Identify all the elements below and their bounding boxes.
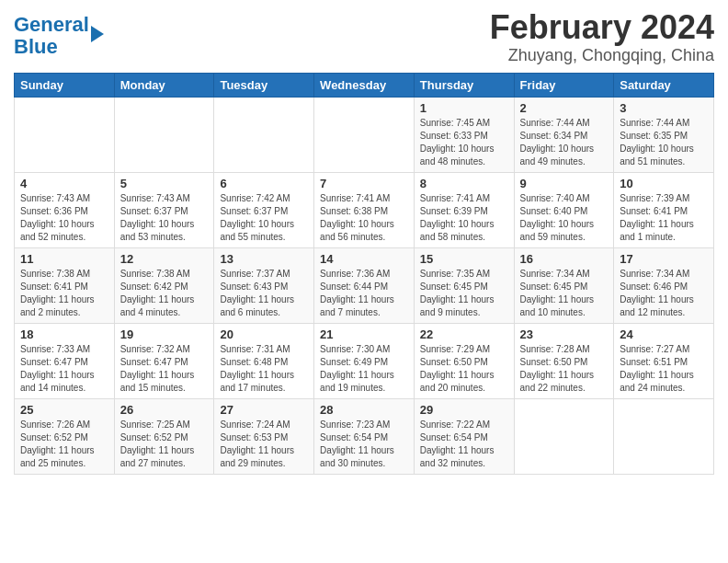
cell-w4-d2: 27Sunrise: 7:24 AM Sunset: 6:53 PM Dayli… — [214, 398, 314, 474]
cell-w3-d0: 18Sunrise: 7:33 AM Sunset: 6:47 PM Dayli… — [15, 323, 115, 398]
day-number: 19 — [120, 327, 209, 341]
day-number: 26 — [120, 403, 209, 417]
day-info: Sunrise: 7:30 AM Sunset: 6:49 PM Dayligh… — [320, 343, 408, 395]
cell-w2-d1: 12Sunrise: 7:38 AM Sunset: 6:42 PM Dayli… — [114, 247, 214, 323]
day-number: 28 — [320, 403, 408, 417]
day-info: Sunrise: 7:44 AM Sunset: 6:35 PM Dayligh… — [620, 117, 708, 168]
header-tuesday: Tuesday — [214, 73, 314, 97]
cell-w3-d1: 19Sunrise: 7:32 AM Sunset: 6:47 PM Dayli… — [114, 323, 214, 398]
cell-w4-d1: 26Sunrise: 7:25 AM Sunset: 6:52 PM Dayli… — [114, 398, 214, 474]
day-number: 18 — [20, 327, 108, 341]
cell-w0-d1 — [114, 97, 214, 172]
day-number: 15 — [420, 252, 508, 266]
day-number: 24 — [620, 327, 708, 341]
cell-w3-d3: 21Sunrise: 7:30 AM Sunset: 6:49 PM Dayli… — [314, 323, 415, 398]
cell-w1-d4: 8Sunrise: 7:41 AM Sunset: 6:39 PM Daylig… — [414, 172, 514, 247]
day-number: 5 — [120, 177, 209, 190]
cell-w1-d3: 7Sunrise: 7:41 AM Sunset: 6:38 PM Daylig… — [314, 172, 415, 247]
cell-w0-d6: 3Sunrise: 7:44 AM Sunset: 6:35 PM Daylig… — [614, 97, 714, 172]
day-info: Sunrise: 7:34 AM Sunset: 6:46 PM Dayligh… — [620, 268, 708, 319]
day-info: Sunrise: 7:34 AM Sunset: 6:45 PM Dayligh… — [520, 268, 609, 319]
week-row-3: 18Sunrise: 7:33 AM Sunset: 6:47 PM Dayli… — [15, 323, 714, 398]
day-number: 6 — [220, 177, 308, 190]
day-info: Sunrise: 7:44 AM Sunset: 6:34 PM Dayligh… — [520, 117, 609, 168]
day-number: 8 — [420, 177, 508, 190]
day-info: Sunrise: 7:33 AM Sunset: 6:47 PM Dayligh… — [20, 343, 108, 395]
day-number: 10 — [620, 177, 708, 190]
cell-w4-d4: 29Sunrise: 7:22 AM Sunset: 6:54 PM Dayli… — [414, 398, 514, 474]
day-number: 17 — [620, 252, 708, 266]
week-row-2: 11Sunrise: 7:38 AM Sunset: 6:41 PM Dayli… — [15, 247, 714, 323]
day-info: Sunrise: 7:43 AM Sunset: 6:37 PM Dayligh… — [120, 192, 209, 244]
header-sunday: Sunday — [15, 73, 115, 97]
cell-w0-d0 — [15, 97, 115, 172]
cell-w2-d0: 11Sunrise: 7:38 AM Sunset: 6:41 PM Dayli… — [15, 247, 115, 323]
logo-arrow-icon — [91, 26, 104, 42]
cell-w2-d6: 17Sunrise: 7:34 AM Sunset: 6:46 PM Dayli… — [614, 247, 714, 323]
page-container: General Blue February 2024 Zhuyang, Chon… — [0, 0, 728, 479]
day-number: 14 — [320, 252, 408, 266]
day-number: 23 — [520, 327, 609, 341]
header: General Blue February 2024 Zhuyang, Chon… — [14, 9, 714, 65]
cell-w2-d3: 14Sunrise: 7:36 AM Sunset: 6:44 PM Dayli… — [314, 247, 415, 323]
day-number: 12 — [120, 252, 209, 266]
header-saturday: Saturday — [614, 73, 714, 97]
header-friday: Friday — [514, 73, 614, 97]
cell-w0-d3 — [314, 97, 415, 172]
cell-w1-d2: 6Sunrise: 7:42 AM Sunset: 6:37 PM Daylig… — [214, 172, 314, 247]
day-info: Sunrise: 7:37 AM Sunset: 6:43 PM Dayligh… — [220, 268, 308, 319]
day-info: Sunrise: 7:27 AM Sunset: 6:51 PM Dayligh… — [620, 343, 708, 395]
day-info: Sunrise: 7:41 AM Sunset: 6:39 PM Dayligh… — [420, 192, 508, 244]
header-monday: Monday — [114, 73, 214, 97]
day-number: 4 — [20, 177, 108, 190]
day-number: 20 — [220, 327, 308, 341]
day-info: Sunrise: 7:26 AM Sunset: 6:52 PM Dayligh… — [20, 419, 108, 470]
day-info: Sunrise: 7:43 AM Sunset: 6:36 PM Dayligh… — [20, 192, 108, 244]
calendar-subtitle: Zhuyang, Chongqing, China — [490, 46, 714, 65]
calendar-header-row: SundayMondayTuesdayWednesdayThursdayFrid… — [15, 73, 714, 97]
day-info: Sunrise: 7:36 AM Sunset: 6:44 PM Dayligh… — [320, 268, 408, 319]
day-info: Sunrise: 7:41 AM Sunset: 6:38 PM Dayligh… — [320, 192, 408, 244]
day-info: Sunrise: 7:45 AM Sunset: 6:33 PM Dayligh… — [420, 117, 508, 168]
day-info: Sunrise: 7:35 AM Sunset: 6:45 PM Dayligh… — [420, 268, 508, 319]
cell-w1-d6: 10Sunrise: 7:39 AM Sunset: 6:41 PM Dayli… — [614, 172, 714, 247]
cell-w0-d5: 2Sunrise: 7:44 AM Sunset: 6:34 PM Daylig… — [514, 97, 614, 172]
cell-w4-d5 — [514, 398, 614, 474]
cell-w3-d4: 22Sunrise: 7:29 AM Sunset: 6:50 PM Dayli… — [414, 323, 514, 398]
calendar-table: SundayMondayTuesdayWednesdayThursdayFrid… — [14, 73, 714, 475]
day-number: 2 — [520, 101, 609, 115]
day-info: Sunrise: 7:38 AM Sunset: 6:42 PM Dayligh… — [120, 268, 209, 319]
cell-w4-d0: 25Sunrise: 7:26 AM Sunset: 6:52 PM Dayli… — [15, 398, 115, 474]
logo: General Blue — [14, 9, 104, 58]
day-info: Sunrise: 7:24 AM Sunset: 6:53 PM Dayligh… — [220, 419, 308, 470]
logo-general: General — [14, 13, 89, 36]
logo-inner: General Blue — [14, 14, 104, 58]
week-row-4: 25Sunrise: 7:26 AM Sunset: 6:52 PM Dayli… — [15, 398, 714, 474]
cell-w1-d1: 5Sunrise: 7:43 AM Sunset: 6:37 PM Daylig… — [114, 172, 214, 247]
day-info: Sunrise: 7:32 AM Sunset: 6:47 PM Dayligh… — [120, 343, 209, 395]
logo-blue: Blue — [14, 35, 58, 58]
day-number: 9 — [520, 177, 609, 190]
day-info: Sunrise: 7:31 AM Sunset: 6:48 PM Dayligh… — [220, 343, 308, 395]
title-block: February 2024 Zhuyang, Chongqing, China — [490, 9, 714, 65]
cell-w4-d6 — [614, 398, 714, 474]
header-thursday: Thursday — [414, 73, 514, 97]
day-info: Sunrise: 7:28 AM Sunset: 6:50 PM Dayligh… — [520, 343, 609, 395]
cell-w4-d3: 28Sunrise: 7:23 AM Sunset: 6:54 PM Dayli… — [314, 398, 415, 474]
day-number: 29 — [420, 403, 508, 417]
day-number: 1 — [420, 101, 508, 115]
cell-w2-d5: 16Sunrise: 7:34 AM Sunset: 6:45 PM Dayli… — [514, 247, 614, 323]
day-number: 11 — [20, 252, 108, 266]
day-number: 16 — [520, 252, 609, 266]
cell-w3-d6: 24Sunrise: 7:27 AM Sunset: 6:51 PM Dayli… — [614, 323, 714, 398]
day-number: 21 — [320, 327, 408, 341]
day-number: 27 — [220, 403, 308, 417]
header-wednesday: Wednesday — [314, 73, 415, 97]
cell-w1-d5: 9Sunrise: 7:40 AM Sunset: 6:40 PM Daylig… — [514, 172, 614, 247]
day-info: Sunrise: 7:25 AM Sunset: 6:52 PM Dayligh… — [120, 419, 209, 470]
cell-w2-d4: 15Sunrise: 7:35 AM Sunset: 6:45 PM Dayli… — [414, 247, 514, 323]
day-number: 7 — [320, 177, 408, 190]
cell-w3-d5: 23Sunrise: 7:28 AM Sunset: 6:50 PM Dayli… — [514, 323, 614, 398]
day-info: Sunrise: 7:38 AM Sunset: 6:41 PM Dayligh… — [20, 268, 108, 319]
day-info: Sunrise: 7:39 AM Sunset: 6:41 PM Dayligh… — [620, 192, 708, 244]
